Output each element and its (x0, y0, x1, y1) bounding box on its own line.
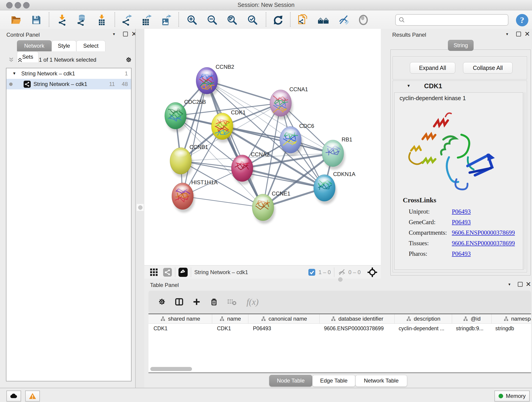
zoom-out-button[interactable] (206, 14, 218, 26)
tab-string[interactable]: String (448, 40, 474, 51)
control-panel-menu-icon[interactable]: ▼ (112, 32, 116, 36)
table-cell[interactable]: cyclin-dependent ... (394, 324, 451, 333)
export-network-button[interactable] (120, 14, 132, 26)
zoom-in-button[interactable] (186, 14, 198, 26)
network-collection-row[interactable]: ▼ String Network – cdk1 1 (6, 68, 131, 79)
column-header-database-identifier[interactable]: database identifier (320, 314, 394, 323)
control-panel-float-icon[interactable] (123, 32, 128, 36)
crosslink-link[interactable]: P06493 (452, 219, 471, 226)
node-CCNA2[interactable]: CCNA2 (231, 151, 269, 185)
node-RB1[interactable]: RB1 (322, 136, 352, 170)
delete-column-icon[interactable] (210, 298, 218, 306)
import-network-file-button[interactable] (56, 14, 68, 26)
tab-node-table[interactable]: Node Table (269, 375, 312, 387)
node-CCNA1[interactable]: CCNA1 (270, 86, 308, 119)
node-label-CDKN1A: CDKN1A (333, 171, 355, 177)
node-table[interactable]: shared namenamecanonical namedatabase id… (148, 313, 531, 373)
import-table-file-button[interactable] (96, 14, 108, 26)
zoom-fit-button[interactable] (226, 14, 238, 26)
node-CCNB2[interactable]: CCNB2 (196, 64, 234, 97)
network-options-gear-icon[interactable] (125, 56, 132, 63)
open-session-button[interactable] (10, 14, 22, 26)
table-cell[interactable]: stringdb:9... (451, 324, 490, 333)
network-view-mode-icon[interactable] (163, 268, 172, 277)
table-panel-close-icon[interactable]: ✕ (526, 282, 531, 287)
column-header-namespace[interactable]: namespace (492, 314, 531, 323)
edge-count: 48 (122, 81, 128, 87)
table-panel-menu-icon[interactable]: ▼ (508, 282, 511, 286)
edge-CCNB2-HIST1H1A[interactable] (183, 81, 207, 196)
node-label-CCNB2: CCNB2 (215, 64, 234, 70)
collapse-all-button[interactable]: Collapse All (463, 62, 513, 74)
memory-button[interactable]: Memory (494, 390, 530, 402)
left-splitter-handle[interactable] (137, 204, 144, 211)
add-column-icon[interactable] (192, 298, 201, 306)
network-canvas[interactable]: CCNB2CCNA1CDC25BCDK1CDC6RB1CCNB1CCNA2CDK… (144, 29, 381, 265)
column-label: @id (471, 316, 481, 322)
help-button[interactable]: ? (516, 14, 528, 26)
show-columns-icon[interactable] (175, 298, 183, 306)
network-graph[interactable]: CCNB2CCNA1CDC25BCDK1CDC6RB1CCNB1CCNA2CDK… (144, 29, 381, 265)
tab-select[interactable]: Select (76, 40, 105, 51)
tree-expander-icon[interactable]: ▼ (12, 71, 16, 76)
horizontal-splitter-handle[interactable] (337, 277, 343, 282)
crosslink-link[interactable]: 9606.ENSP00000378699 (452, 240, 515, 247)
node-CCNE1[interactable]: CCNE1 (252, 191, 290, 224)
zoom-selected-icon (247, 14, 258, 26)
edge-CCNB2-CCNE1[interactable] (207, 81, 263, 207)
table-toolbar: f(x) (148, 291, 531, 313)
refresh-button[interactable] (272, 14, 284, 26)
left-splitter[interactable] (135, 29, 145, 388)
table-cell[interactable]: stringdb (490, 324, 531, 333)
show-graphics-button[interactable] (357, 14, 369, 26)
expand-all-button[interactable]: Expand All (410, 62, 455, 74)
manage-networks-button[interactable] (297, 14, 309, 26)
network-row[interactable]: String Network – cdk1 11 48 (6, 79, 131, 89)
node-HIST1H1A[interactable]: HIST1H1A (172, 179, 218, 212)
export-image-button[interactable] (160, 14, 172, 26)
string-home-button[interactable] (317, 14, 329, 26)
column-header-name[interactable]: name (212, 314, 248, 323)
table-cell[interactable]: P06493 (248, 324, 319, 333)
column-header-canonical-name[interactable]: canonical name (248, 314, 320, 323)
zoom-selected-button[interactable] (247, 14, 259, 26)
tab-style[interactable]: Style (51, 40, 76, 51)
table-cell[interactable]: CDK1 (148, 324, 212, 333)
crosslink-link[interactable]: 9606.ENSP00000378699 (452, 229, 515, 236)
table-cell[interactable]: CDK1 (212, 324, 248, 333)
selected-checkbox-icon[interactable] (308, 269, 315, 276)
crosslink-link[interactable]: P06493 (452, 208, 471, 215)
import-network-database-button[interactable] (75, 14, 87, 26)
column-header-description[interactable]: description (394, 314, 452, 323)
results-scrollbar[interactable] (523, 92, 526, 269)
gene-expander-icon[interactable]: ▼ (407, 84, 411, 88)
column-header--id[interactable]: @id (452, 314, 492, 323)
node-CDKN1A[interactable]: CDKN1A (314, 171, 355, 204)
table-panel-float-icon[interactable] (518, 282, 523, 287)
results-panel-close-icon[interactable]: ✕ (525, 32, 530, 36)
table-options-gear-icon[interactable] (158, 298, 166, 306)
birds-eye-view-icon[interactable] (178, 268, 188, 277)
pan-crosshair-icon[interactable] (367, 267, 378, 278)
node-label-CDK1: CDK1 (231, 109, 246, 115)
crosslink-link[interactable]: P06493 (452, 250, 471, 257)
column-label: canonical name (268, 316, 307, 322)
table-hscrollbar-thumb[interactable] (150, 367, 192, 371)
tab-network[interactable]: Network (17, 40, 51, 51)
search-input[interactable] (407, 17, 508, 23)
results-panel-float-icon[interactable] (516, 32, 521, 36)
tab-edge-table[interactable]: Edge Table (312, 375, 355, 387)
network-collection-label: String Network – cdk1 (21, 70, 75, 77)
table-row[interactable]: CDK1CDK1P064939606.ENSP00000378699cyclin… (148, 324, 531, 333)
save-session-button[interactable] (30, 14, 42, 26)
grid-view-icon[interactable] (150, 268, 158, 276)
hide-graphics-button[interactable] (337, 14, 349, 26)
warning-button[interactable] (25, 390, 40, 402)
column-header-shared-name[interactable]: shared name (148, 314, 212, 323)
export-table-button[interactable] (140, 14, 152, 26)
table-cell[interactable]: 9606.ENSP00000378699 (319, 324, 394, 333)
tab-network-table[interactable]: Network Table (355, 375, 407, 387)
results-panel-menu-icon[interactable]: ▼ (505, 32, 509, 36)
cloud-button[interactable] (6, 390, 21, 402)
export-table-icon (140, 14, 152, 26)
